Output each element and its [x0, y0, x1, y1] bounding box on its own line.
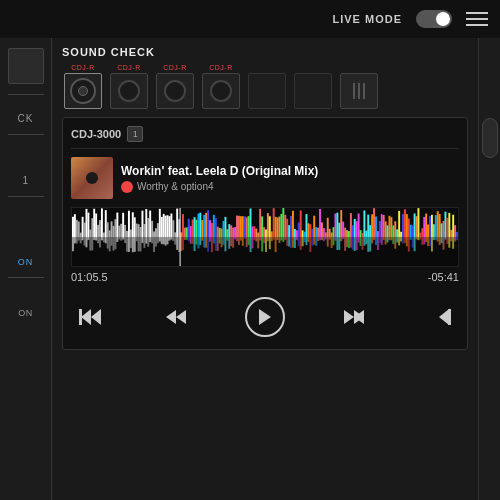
- svg-rect-216: [279, 237, 281, 243]
- svg-rect-298: [358, 237, 360, 243]
- svg-rect-193: [257, 233, 259, 237]
- svg-rect-67: [136, 224, 138, 237]
- fast-forward-button[interactable]: [342, 308, 366, 326]
- svg-rect-83: [151, 221, 153, 237]
- svg-rect-156: [221, 237, 223, 247]
- play-icon: [257, 308, 273, 326]
- svg-rect-283: [344, 228, 346, 237]
- svg-rect-17: [87, 213, 89, 237]
- svg-rect-285: [346, 230, 348, 237]
- live-mode-toggle[interactable]: [416, 10, 452, 28]
- svg-rect-357: [416, 216, 418, 237]
- hamburger-line-3: [466, 24, 488, 26]
- device-label-7: [358, 64, 360, 71]
- svg-rect-59: [128, 211, 130, 237]
- svg-rect-185: [250, 209, 252, 237]
- skip-back-button[interactable]: [79, 307, 107, 327]
- svg-rect-96: [163, 237, 165, 244]
- device-item-1[interactable]: CDJ-R: [62, 64, 104, 109]
- svg-rect-42: [111, 237, 113, 246]
- svg-rect-304: [363, 237, 365, 246]
- svg-rect-129: [196, 220, 198, 237]
- svg-rect-362: [419, 237, 421, 239]
- mixer-line-3: [363, 83, 365, 99]
- svg-rect-242: [304, 237, 306, 242]
- track-info: Workin' feat. Leela D (Original Mix) Wor…: [71, 157, 459, 199]
- rewind-button[interactable]: [164, 308, 188, 326]
- svg-rect-227: [290, 216, 292, 237]
- svg-rect-110: [176, 237, 178, 250]
- device-box-3[interactable]: [156, 73, 194, 109]
- device-item-4[interactable]: CDJ-R: [200, 64, 242, 109]
- waveform-svg: // We'll generate this via JS below: [72, 208, 458, 266]
- track-artist: Worthy & option4: [121, 181, 459, 193]
- svg-rect-95: [163, 214, 165, 237]
- svg-rect-232: [294, 237, 296, 248]
- svg-rect-153: [219, 228, 221, 237]
- skip-back-icon: [79, 307, 107, 327]
- device-label-2: CDJ-R: [117, 64, 141, 71]
- svg-rect-29: [99, 220, 101, 237]
- svg-rect-382: [439, 237, 441, 245]
- svg-rect-341: [400, 232, 402, 237]
- svg-rect-388: [444, 237, 446, 240]
- device-box-4[interactable]: [202, 73, 240, 109]
- right-knob[interactable]: [482, 118, 498, 158]
- play-button[interactable]: [245, 297, 285, 337]
- svg-marker-404: [166, 310, 186, 324]
- svg-rect-102: [169, 237, 171, 241]
- svg-rect-302: [362, 237, 364, 250]
- waveform-container[interactable]: // We'll generate this via JS below: [71, 207, 459, 267]
- svg-rect-344: [402, 237, 404, 244]
- mixer-line-1: [353, 83, 355, 99]
- svg-rect-384: [441, 237, 443, 243]
- device-item-7[interactable]: [338, 64, 380, 109]
- svg-rect-2: [72, 237, 74, 251]
- device-box-6[interactable]: [294, 73, 332, 109]
- svg-rect-142: [207, 237, 209, 252]
- svg-rect-303: [363, 210, 365, 237]
- svg-rect-21: [91, 218, 93, 237]
- svg-rect-82: [149, 237, 151, 242]
- device-item-2[interactable]: CDJ-R: [108, 64, 150, 109]
- sidebar-divider-2: [8, 134, 44, 135]
- svg-rect-41: [111, 221, 113, 237]
- svg-rect-403: [79, 309, 82, 325]
- svg-rect-34: [103, 237, 105, 242]
- svg-rect-246: [307, 237, 309, 242]
- device-item-6[interactable]: [292, 64, 334, 109]
- device-box-7[interactable]: [340, 73, 378, 109]
- svg-rect-241: [304, 232, 306, 237]
- device-item-3[interactable]: CDJ-R: [154, 64, 196, 109]
- device-box-1[interactable]: [64, 73, 102, 109]
- svg-rect-16: [86, 237, 88, 247]
- svg-rect-205: [269, 216, 271, 237]
- skip-forward-button[interactable]: [423, 307, 451, 327]
- svg-rect-172: [236, 237, 238, 241]
- svg-rect-238: [300, 237, 302, 250]
- device-box-5[interactable]: [248, 73, 286, 109]
- svg-rect-75: [143, 224, 145, 237]
- device-label-4: CDJ-R: [209, 64, 233, 71]
- svg-rect-352: [410, 237, 412, 240]
- svg-rect-322: [381, 237, 383, 245]
- svg-rect-159: [224, 217, 226, 237]
- device-item-5[interactable]: [246, 64, 288, 109]
- svg-rect-130: [196, 237, 198, 245]
- svg-rect-27: [97, 225, 99, 237]
- device-box-2[interactable]: [110, 73, 148, 109]
- svg-rect-198: [261, 237, 263, 252]
- svg-rect-355: [414, 213, 416, 237]
- svg-rect-179: [244, 216, 246, 237]
- svg-rect-5: [76, 220, 78, 237]
- player-badge: 1: [127, 126, 143, 142]
- svg-rect-318: [377, 237, 379, 250]
- svg-rect-63: [132, 212, 134, 237]
- svg-rect-18: [87, 237, 89, 240]
- svg-rect-43: [113, 226, 115, 237]
- svg-rect-180: [244, 237, 246, 239]
- menu-button[interactable]: [466, 12, 488, 26]
- svg-rect-268: [329, 237, 331, 240]
- svg-rect-374: [431, 237, 433, 251]
- svg-rect-281: [342, 222, 344, 237]
